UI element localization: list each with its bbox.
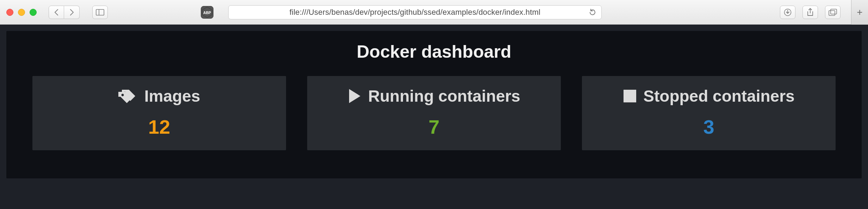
toolbar-right: + (780, 0, 862, 25)
card-header: Images (39, 87, 279, 106)
card-label: Stopped containers (643, 87, 794, 106)
svg-point-8 (121, 94, 124, 96)
card-value-stopped: 3 (589, 115, 829, 138)
card-label: Running containers (368, 87, 520, 106)
sidebar-toggle-button[interactable] (92, 6, 108, 19)
share-button[interactable] (802, 6, 818, 19)
play-icon (348, 88, 362, 104)
chevron-right-icon (69, 9, 74, 16)
adblock-extension-button[interactable]: ABP (201, 6, 213, 19)
card-label: Images (144, 87, 200, 106)
address-url: file:///Users/benas/dev/projects/github/… (290, 8, 540, 17)
downloads-button[interactable] (780, 6, 795, 19)
forward-button[interactable] (64, 6, 80, 19)
card-header: Stopped containers (589, 87, 829, 106)
tabs-icon (829, 9, 837, 16)
window-controls (6, 9, 37, 16)
page-title: Docker dashboard (27, 42, 841, 62)
browser-window: ABP file:///Users/benas/dev/projects/git… (0, 0, 868, 178)
svg-rect-9 (624, 90, 636, 102)
svg-text:ABP: ABP (203, 11, 211, 14)
back-button[interactable] (49, 6, 64, 19)
reload-button[interactable] (589, 8, 596, 16)
abp-icon: ABP (201, 6, 213, 19)
stop-icon (623, 89, 637, 103)
page-content: Docker dashboard Images 12 (6, 31, 862, 178)
plus-icon: + (857, 7, 862, 18)
download-icon (784, 8, 792, 16)
svg-rect-5 (829, 11, 835, 15)
tags-icon (118, 88, 138, 104)
stat-cards: Images 12 Running containers 7 (27, 76, 841, 150)
address-bar[interactable]: file:///Users/benas/dev/projects/github/… (228, 5, 602, 19)
browser-toolbar: ABP file:///Users/benas/dev/projects/git… (0, 0, 868, 25)
minimize-window-button[interactable] (18, 9, 25, 16)
share-icon (807, 8, 814, 17)
svg-rect-6 (831, 9, 837, 14)
maximize-window-button[interactable] (30, 9, 37, 16)
close-window-button[interactable] (6, 9, 13, 16)
nav-buttons (49, 6, 80, 19)
card-images: Images 12 (32, 76, 286, 150)
new-tab-button[interactable]: + (851, 0, 868, 25)
card-value-images: 12 (39, 115, 279, 138)
svg-rect-0 (96, 9, 104, 15)
card-header: Running containers (314, 87, 554, 106)
card-running: Running containers 7 (307, 76, 561, 150)
sidebar-icon (96, 9, 104, 15)
card-stopped: Stopped containers 3 (582, 76, 836, 150)
reload-icon (589, 8, 596, 16)
tabs-overview-button[interactable] (825, 6, 841, 19)
card-value-running: 7 (314, 115, 554, 138)
chevron-left-icon (54, 9, 59, 16)
